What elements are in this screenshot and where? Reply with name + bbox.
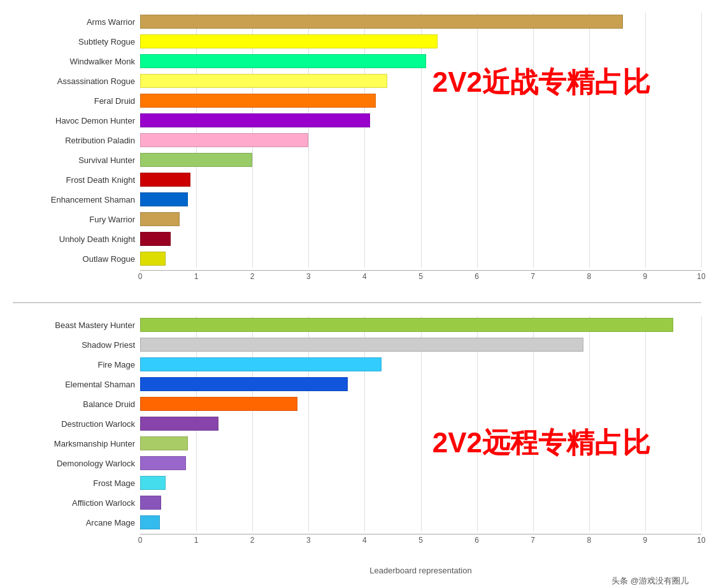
x-tick: 2 — [250, 272, 255, 281]
chart-row: Arms Warrior — [13, 13, 701, 31]
bar — [140, 456, 186, 470]
bar-label: Windwalker Monk — [13, 57, 140, 66]
chart-row: Survival Hunter — [13, 151, 701, 169]
bar — [140, 515, 160, 529]
chart2-bars: Beast Mastery HunterShadow PriestFire Ma… — [13, 316, 701, 531]
bar-area — [140, 131, 701, 149]
x-tick: 10 — [697, 272, 705, 281]
bar — [140, 417, 218, 431]
watermark: 头条 @游戏没有圈儿 — [13, 575, 701, 588]
x-tick: 5 — [418, 272, 423, 281]
bar — [140, 338, 583, 352]
bar — [140, 252, 166, 266]
x-tick: 1 — [194, 272, 199, 281]
bar-area — [140, 316, 701, 334]
bar — [140, 212, 180, 226]
bar-label: Subtlety Rogue — [13, 37, 140, 47]
bar-label: Marksmanship Hunter — [13, 439, 140, 448]
chart-row: Affliction Warlock — [13, 494, 701, 512]
x-tick: 4 — [362, 272, 367, 281]
chart-row: Outlaw Rogue — [13, 250, 701, 268]
bar-label: Havoc Demon Hunter — [13, 116, 140, 125]
chart-row: Fury Warrior — [13, 210, 701, 228]
bar-area — [140, 474, 701, 492]
chart2-title: 2V2远程专精占比 — [432, 424, 650, 462]
x-tick: 2 — [250, 536, 255, 545]
bar — [140, 476, 166, 490]
bar — [140, 397, 297, 411]
bar — [140, 133, 308, 147]
bar-area — [140, 230, 701, 248]
x-tick: 10 — [697, 536, 705, 545]
chart-row: Frost Mage — [13, 474, 701, 492]
bar-area — [140, 111, 701, 129]
bar-area — [140, 171, 701, 189]
chart-row: Retribution Paladin — [13, 131, 701, 149]
bar — [140, 113, 370, 127]
bar — [140, 496, 161, 510]
bar — [140, 232, 171, 246]
bar-label: Feral Druid — [13, 96, 140, 106]
bar — [140, 15, 623, 29]
bar — [140, 436, 188, 450]
x-tick: 7 — [531, 536, 535, 545]
x-tick: 1 — [194, 536, 199, 545]
x-tick: 0 — [138, 272, 143, 281]
bar-label: Demonology Warlock — [13, 459, 140, 468]
bar-label: Shadow Priest — [13, 340, 140, 350]
bar-area — [140, 190, 701, 208]
chart-row: Enhancement Shaman — [13, 190, 701, 208]
bar-area — [140, 494, 701, 512]
section-divider — [13, 302, 701, 303]
bar-label: Assassination Rogue — [13, 76, 140, 86]
bar-area — [140, 513, 701, 531]
chart2-section: Beast Mastery HunterShadow PriestFire Ma… — [13, 316, 701, 547]
bar — [140, 94, 376, 108]
bar-label: Affliction Warlock — [13, 498, 140, 508]
bar-label: Frost Mage — [13, 478, 140, 488]
bar-label: Frost Death Knight — [13, 175, 140, 185]
bar — [140, 318, 673, 332]
x-tick: 5 — [418, 536, 423, 545]
bar — [140, 34, 438, 48]
bar-area — [140, 375, 701, 393]
chart1-title: 2V2近战专精占比 — [432, 64, 650, 101]
bar-label: Beast Mastery Hunter — [13, 320, 140, 330]
bar — [140, 54, 426, 68]
x-tick: 3 — [306, 536, 311, 545]
bar-label: Outlaw Rogue — [13, 254, 140, 264]
bar — [140, 357, 382, 371]
bar-area — [140, 32, 701, 50]
chart-row: Elemental Shaman — [13, 375, 701, 393]
chart-row: Subtlety Rogue — [13, 32, 701, 50]
x-tick: 9 — [643, 272, 648, 281]
bar-area — [140, 151, 701, 169]
x-tick: 6 — [475, 536, 479, 545]
x-tick: 6 — [475, 272, 479, 281]
chart-row: Unholy Death Knight — [13, 230, 701, 248]
bar-label: Unholy Death Knight — [13, 234, 140, 244]
bar-label: Survival Hunter — [13, 155, 140, 165]
x-tick: 4 — [362, 536, 367, 545]
chart1-section: Arms WarriorSubtlety RogueWindwalker Mon… — [13, 13, 701, 283]
chart-row: Shadow Priest — [13, 336, 701, 354]
bar-label: Arcane Mage — [13, 518, 140, 527]
bar-label: Retribution Paladin — [13, 136, 140, 145]
x-tick: 8 — [587, 272, 591, 281]
bar-area — [140, 336, 701, 354]
chart-row: Balance Druid — [13, 395, 701, 413]
chart-row: Beast Mastery Hunter — [13, 316, 701, 334]
x-tick: 0 — [138, 536, 143, 545]
bar-label: Elemental Shaman — [13, 380, 140, 389]
chart1-bars: Arms WarriorSubtlety RogueWindwalker Mon… — [13, 13, 701, 268]
bar-label: Enhancement Shaman — [13, 195, 140, 204]
bar — [140, 173, 190, 187]
bar-label: Destruction Warlock — [13, 419, 140, 429]
x-tick: 9 — [643, 536, 648, 545]
bar — [140, 153, 252, 167]
bar-area — [140, 250, 701, 268]
bar-area — [140, 355, 701, 373]
bar — [140, 192, 188, 206]
chart-row: Havoc Demon Hunter — [13, 111, 701, 129]
bar-label: Fury Warrior — [13, 215, 140, 224]
